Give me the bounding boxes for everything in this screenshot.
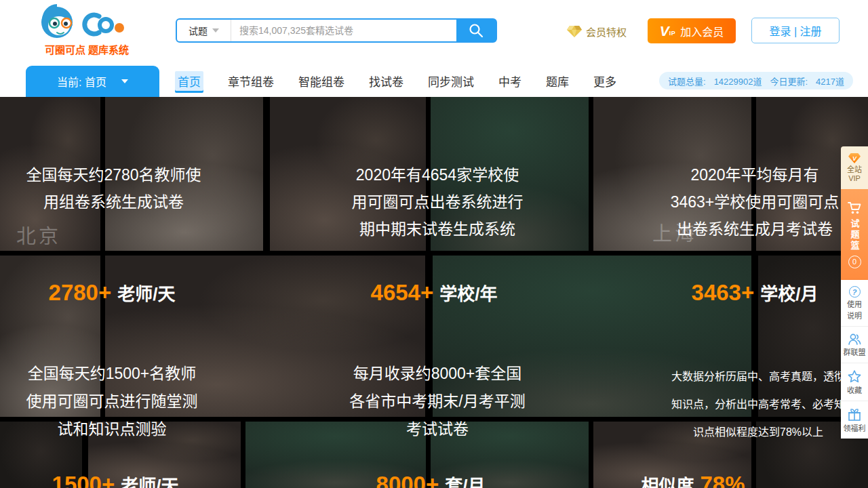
join-vip-button[interactable]: VIP 加入会员 [648,18,736,43]
star-icon [847,369,862,384]
floating-toolbar: V 全站 VIP 试题篮 0 ? 使用 说明 群联盟 [841,146,868,439]
total-questions-value: 14229902道 [714,75,762,87]
usage-guide-button[interactable]: ? 使用 说明 [841,280,868,326]
help-icon: ? [849,286,861,298]
member-perks-link[interactable]: 会员特权 [567,24,627,39]
nav-item-chapter-paper[interactable]: 章节组卷 [228,73,274,89]
stat-headline: 1500+ 老师/天 [14,472,217,488]
search-category-label: 试题 [189,24,208,37]
search-bar: 试题 [176,18,497,43]
logo-icon [39,4,126,41]
current-page-label: 当前: 首页 [57,73,106,89]
nav-item-question-bank[interactable]: 题库 [546,73,569,89]
favorite-button[interactable]: 收藏 [841,363,868,401]
total-questions-label: 试题总量: [668,75,706,87]
question-stats-badge: 试题总量: 14229902道 今日更新: 4217道 [659,72,853,89]
current-page-dropdown[interactable]: 当前: 首页 [26,66,159,97]
stat-headline: 4654+ 学校/年 [332,280,536,306]
today-update-value: 4217道 [816,75,844,87]
site-title: 可圈可点 题库系统 [39,42,134,56]
question-basket-button[interactable]: 试题篮 0 [841,189,868,280]
today-update-label: 今日更新: [770,75,808,87]
stat-paragraph: 大数据分析历届中、高考真题，透彻 知识点，分析出中高考常考、必考知 识点相似程度… [653,363,863,446]
member-perks-label: 会员特权 [586,24,627,39]
nav-bar: 当前: 首页 首页 章节组卷 智能组卷 找试卷 同步测试 中考 题库 更多 试题… [0,64,868,97]
stat-blurb: 2020年有4654家学校使 用可圈可点出卷系统进行 期中期末试卷生成系统 [332,161,542,243]
search-icon [468,22,484,39]
stat-paragraph: 每月收录约8000+套全国 各省市中考期末/月考平测 考试试卷 [332,360,542,443]
join-vip-label: 加入会员 [680,23,724,39]
stat-paragraph: 全国每天约1500+名教师 使用可圈可点进行随堂测 试和知识点测验 [10,360,214,443]
basket-count-badge: 0 [848,256,861,268]
chevron-down-icon [212,28,219,33]
diamond-icon [567,26,582,37]
nav-item-sync-test[interactable]: 同步测试 [428,73,474,89]
login-register-button[interactable]: 登录 | 注册 [751,18,840,43]
search-button[interactable] [456,20,496,41]
stat-blurb: 2020年平均每月有 3463+学校使用可圈可点 出卷系统生成月考试卷 [651,161,859,243]
stat-blurb: 全国每天约2780名教师使 用组卷系统生成试卷 [10,161,217,216]
toolbar-menu: ? 使用 说明 群联盟 收藏 领福 [841,280,868,439]
nav-item-zhongkao[interactable]: 中考 [498,73,521,89]
vip-gem-icon: V [848,153,861,163]
nav-links: 首页 章节组卷 智能组卷 找试卷 同步测试 中考 题库 更多 [175,64,616,97]
group-alliance-button[interactable]: 群联盟 [841,326,868,363]
nav-item-more[interactable]: 更多 [593,73,616,89]
stat-headline: 8000+ 套/月 [329,472,532,488]
people-icon [847,333,862,346]
logo[interactable]: 可圈可点 题库系统 [39,4,134,43]
stat-headline: 2780+ 老师/天 [10,280,214,306]
header: 可圈可点 题库系统 试题 会员特权 VIP 加入会员 登录 | 注册 [0,0,868,64]
basket-label: 试题篮 [848,219,861,251]
nav-item-home[interactable]: 首页 [175,71,203,91]
nav-item-smart-paper[interactable]: 智能组卷 [298,73,344,89]
search-category-dropdown[interactable]: 试题 [177,20,231,41]
nav-item-find-paper[interactable]: 找试卷 [369,73,403,89]
stat-headline: 3463+ 学校/月 [653,280,856,306]
city-watermark-beijing: 北京 [16,220,61,249]
cart-icon [847,201,862,215]
gift-icon [847,407,862,422]
stats-photo-mosaic: 北京 上海 全国每天约2780名教师使 用组卷系统生成试卷 2020年有4654… [0,97,868,488]
chevron-down-icon [121,79,128,83]
claim-welfare-button[interactable]: 领福利 [841,401,868,439]
search-input[interactable] [231,20,456,41]
vip-icon: VIP [660,25,676,37]
stat-headline: 相似度 78% [591,472,795,488]
site-vip-button[interactable]: V 全站 VIP [841,146,868,189]
